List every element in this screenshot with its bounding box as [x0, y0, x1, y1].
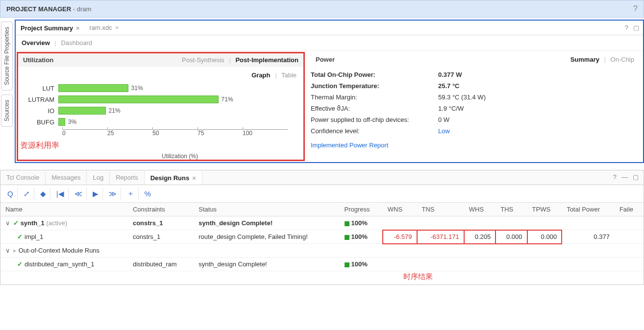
column-header[interactable]: Faile: [615, 203, 644, 216]
progress-value: 100%: [351, 260, 368, 268]
tab-label: Project Summary: [21, 24, 73, 32]
collapse-all-icon[interactable]: ◆: [36, 188, 50, 200]
subnav-overview[interactable]: Overview: [22, 39, 50, 47]
header-title: PROJECT MANAGER - dram: [6, 5, 91, 13]
tpws-cell: [527, 244, 562, 258]
tree-toggle-icon[interactable]: ∨: [5, 247, 11, 254]
progress-cell: 100%: [340, 230, 383, 244]
help-icon[interactable]: ?: [613, 173, 617, 182]
column-header[interactable]: TNS: [417, 203, 464, 216]
tree-toggle-icon[interactable]: ∨: [5, 219, 11, 227]
constraints-cell: constrs_1: [128, 216, 194, 230]
power-value[interactable]: Low: [438, 127, 450, 135]
search-icon[interactable]: Q: [3, 188, 18, 200]
tab-label: ram.xdc: [90, 24, 112, 31]
column-header[interactable]: Total Power: [562, 203, 615, 216]
view-table[interactable]: Table: [281, 71, 297, 79]
tab-ram-xdc[interactable]: ram.xdc ×: [85, 21, 124, 34]
first-icon[interactable]: |◀: [52, 188, 69, 200]
design-runs-table: NameConstraintsStatusProgressWNSTNSWHSTH…: [0, 203, 644, 271]
chart-bar: [58, 84, 128, 92]
bottom-tab-messages[interactable]: Messages: [46, 170, 87, 185]
column-header[interactable]: Constraints: [128, 203, 194, 216]
wns-cell: [383, 244, 417, 258]
chart-tick: 25: [107, 130, 152, 137]
expand-all-icon[interactable]: ⤢: [20, 188, 34, 200]
column-header[interactable]: Status: [194, 203, 339, 216]
chart-value-label: 3%: [68, 118, 76, 126]
table-row[interactable]: ∨ ✓synth_1 (active)constrs_1synth_design…: [0, 216, 644, 230]
subnav-dashboard[interactable]: Dashboard: [61, 39, 92, 47]
chart-category-label: BUFG: [24, 118, 58, 126]
failed-cell: [615, 230, 644, 244]
utilization-title: Utilization: [23, 56, 53, 64]
power-mode-summary[interactable]: Summary: [570, 56, 599, 63]
next-icon[interactable]: ≫: [105, 188, 121, 200]
maximize-icon[interactable]: ▢: [633, 173, 639, 182]
view-graph[interactable]: Graph: [251, 71, 270, 79]
document-tabs: Project Summary × ram.xdc × ? ▢: [16, 21, 643, 35]
total-power-cell: [562, 244, 615, 258]
column-header[interactable]: WNS: [383, 203, 417, 216]
whs-cell: [464, 258, 495, 271]
chart-tick: 0: [62, 130, 107, 137]
project-manager-header: PROJECT MANAGER - dram ?: [0, 0, 644, 18]
help-icon[interactable]: ?: [633, 4, 638, 13]
run-name: impl_1: [25, 233, 43, 240]
bottom-tabs: Tcl ConsoleMessagesLogReportsDesign Runs…: [0, 170, 644, 185]
percent-icon[interactable]: %: [141, 188, 155, 200]
ths-cell: [495, 216, 527, 230]
wns-cell: [383, 258, 417, 271]
table-row[interactable]: ✓distributed_ram_synth_1distributed_rams…: [0, 258, 644, 271]
tns-cell: [417, 244, 464, 258]
tab-label: Log: [93, 174, 103, 181]
close-icon[interactable]: ×: [76, 24, 80, 32]
chart-tick: 100: [243, 130, 288, 137]
power-value: 25.7 °C: [438, 82, 460, 90]
run-name: Out-of-Context Module Runs: [19, 247, 99, 254]
side-tab-source-file-properties[interactable]: Source File Properties: [1, 22, 13, 91]
bottom-tab-design-runs[interactable]: Design Runs×: [145, 170, 202, 185]
implemented-power-report-link[interactable]: Implemented Power Report: [311, 141, 388, 149]
power-row: Effective ϑJA:1.9 °C/W: [311, 103, 639, 114]
progress-icon: [345, 235, 349, 240]
column-header[interactable]: Progress: [340, 203, 383, 216]
status-cell: synth_design Complete!: [194, 216, 339, 230]
tab-label: Design Runs: [150, 174, 189, 182]
column-header[interactable]: WHS: [464, 203, 495, 216]
timing-annotation: 时序结果: [0, 271, 644, 284]
mode-post-implementation[interactable]: Post-Implementation: [235, 56, 298, 64]
prev-icon[interactable]: ≪: [71, 188, 87, 200]
progress-cell: 100%: [340, 258, 383, 271]
column-header[interactable]: THS: [495, 203, 527, 216]
tab-project-summary[interactable]: Project Summary ×: [16, 21, 85, 35]
bottom-tab-reports[interactable]: Reports: [110, 170, 145, 185]
ths-cell: [495, 258, 527, 271]
power-mode-onchip[interactable]: On-Chip: [611, 56, 634, 63]
minimize-icon[interactable]: —: [621, 173, 628, 182]
table-row[interactable]: ✓impl_1constrs_1route_design Complete, F…: [0, 230, 644, 244]
add-icon[interactable]: ＋: [123, 187, 139, 200]
close-icon[interactable]: ×: [115, 24, 119, 31]
total-power-cell: [562, 216, 615, 230]
power-row: Junction Temperature:25.7 °C: [311, 80, 639, 92]
check-icon: ✓: [17, 260, 23, 268]
tpws-cell: [527, 258, 562, 271]
whs-cell: [464, 216, 495, 230]
close-icon[interactable]: ×: [192, 174, 196, 182]
mode-post-synthesis[interactable]: Post-Synthesis: [182, 56, 224, 64]
maximize-icon[interactable]: ▢: [633, 24, 639, 31]
column-header[interactable]: TPWS: [527, 203, 562, 216]
bottom-tab-log[interactable]: Log: [87, 170, 110, 185]
play-icon[interactable]: ▶: [89, 188, 103, 200]
status-cell: route_design Complete, Failed Timing!: [194, 230, 339, 244]
tns-cell: -6371.171: [417, 230, 464, 244]
column-header[interactable]: Name: [0, 203, 128, 216]
side-tab-sources[interactable]: Sources: [1, 94, 13, 127]
bottom-tab-tcl-console[interactable]: Tcl Console: [0, 170, 46, 185]
failed-cell: [615, 216, 644, 230]
help-icon[interactable]: ?: [625, 24, 628, 31]
power-key: Junction Temperature:: [311, 82, 438, 90]
table-row[interactable]: ∨ ▸Out-of-Context Module Runs: [0, 244, 644, 258]
power-value: 1.9 °C/W: [438, 105, 464, 112]
